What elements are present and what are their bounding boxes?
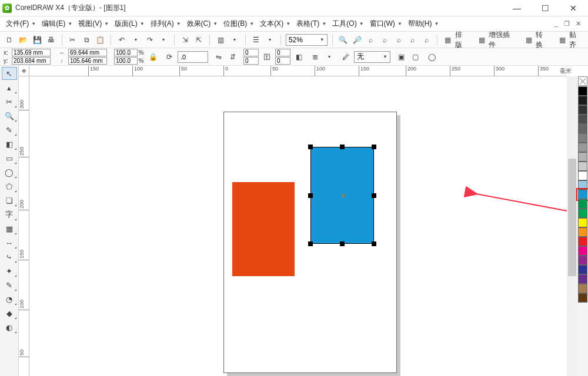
color-swatch[interactable] <box>578 162 587 171</box>
corner-style-icon[interactable]: ◧ <box>293 51 305 63</box>
color-swatch[interactable] <box>578 86 587 96</box>
table-tool[interactable]: ▦ <box>2 222 17 235</box>
scrollbar-thumb[interactable] <box>568 159 576 276</box>
scale-y-input[interactable] <box>114 57 138 65</box>
zoom-tool[interactable]: 🔍 <box>2 109 17 122</box>
color-swatch[interactable] <box>578 237 587 246</box>
open-icon[interactable]: 📂 <box>18 34 29 46</box>
color-swatch[interactable] <box>578 293 587 303</box>
print-icon[interactable]: 🖶 <box>45 34 57 46</box>
cut-icon[interactable]: ✂ <box>67 34 79 46</box>
interactive-fill-tool[interactable]: ◐ <box>2 321 17 334</box>
menu-文件(F)[interactable]: 文件(F)▼ <box>4 18 38 30</box>
selection-handle[interactable] <box>308 241 313 246</box>
rotation-input[interactable] <box>181 53 205 61</box>
undo-dropdown-icon[interactable]: ▾ <box>130 34 142 46</box>
app-launcher-drop-icon[interactable]: ▾ <box>229 34 240 46</box>
to-front-icon[interactable]: ▣ <box>395 51 407 63</box>
freehand-tool[interactable]: ✎ <box>2 123 17 136</box>
ruler-vertical[interactable]: 30025020015010050 <box>19 76 29 376</box>
mirror-h-icon[interactable]: ⇋ <box>213 51 225 63</box>
selection-handle[interactable] <box>308 145 313 149</box>
zoom-selection-icon[interactable]: ⌕ <box>365 34 377 46</box>
color-swatch[interactable] <box>578 274 587 284</box>
mdi-restore-button[interactable]: ❐ <box>564 20 570 28</box>
menu-编辑(E)[interactable]: 编辑(E)▼ <box>39 18 75 30</box>
color-swatch[interactable] <box>578 96 587 105</box>
redo-dropdown-icon[interactable]: ▾ <box>158 34 169 46</box>
convert-curves-icon[interactable]: ◯ <box>426 51 437 63</box>
import-icon[interactable]: ⇲ <box>179 34 191 46</box>
outline-width-select[interactable]: 无 ▼ <box>354 51 390 63</box>
welcome-icon[interactable]: ☰ <box>250 34 262 46</box>
rectangle-tool[interactable]: ▭ <box>2 152 17 164</box>
color-swatch[interactable] <box>578 256 587 265</box>
wrap-drop-icon[interactable]: ▾ <box>323 51 335 63</box>
menu-窗口(W)[interactable]: 窗口(W)▼ <box>368 18 405 30</box>
undo-icon[interactable]: ↶ <box>116 34 128 46</box>
rotation-input-wrap[interactable] <box>178 51 208 63</box>
color-swatch[interactable] <box>578 133 587 143</box>
corner-br-input[interactable] <box>275 57 290 65</box>
height-input[interactable] <box>68 57 107 65</box>
save-icon[interactable]: 💾 <box>31 34 43 46</box>
zoom-height-icon[interactable]: ⌕ <box>421 34 433 46</box>
outline-tool[interactable]: ◔ <box>2 293 17 306</box>
crop-tool[interactable]: ✂ <box>2 95 17 108</box>
zoom-page-icon[interactable]: ⌕ <box>393 34 405 46</box>
zoom-width-icon[interactable]: ⌕ <box>407 34 419 46</box>
text-tool[interactable]: 字 <box>2 208 17 221</box>
menu-版面(L)[interactable]: 版面(L)▼ <box>112 18 147 30</box>
export-icon[interactable]: ⇱ <box>193 34 205 46</box>
color-swatch[interactable] <box>578 171 587 180</box>
orange-rectangle[interactable] <box>232 182 295 276</box>
window-minimize-button[interactable]: — <box>508 4 526 13</box>
polygon-tool[interactable]: ⬠ <box>2 180 17 193</box>
selection-handle[interactable] <box>372 241 376 246</box>
to-back-icon[interactable]: ▢ <box>409 51 421 63</box>
pick-tool[interactable]: ↖ <box>2 67 17 80</box>
blend-tool[interactable]: ✦ <box>2 264 17 277</box>
menu-位图(B)[interactable]: 位图(B)▼ <box>221 18 256 30</box>
app-launcher-icon[interactable]: ▥ <box>215 34 226 46</box>
smart-fill-tool[interactable]: ◧ <box>2 137 17 150</box>
y-position-input[interactable] <box>12 57 51 65</box>
new-icon[interactable]: 🗋 <box>4 34 15 46</box>
color-swatch[interactable] <box>578 105 587 115</box>
selection-handle[interactable] <box>372 193 376 198</box>
fill-tool[interactable]: ◆ <box>2 307 17 320</box>
color-swatch[interactable] <box>578 265 587 274</box>
vertical-scrollbar[interactable] <box>567 76 577 376</box>
dimension-tool[interactable]: ↔ <box>2 236 17 249</box>
copy-icon[interactable]: ⧉ <box>81 34 92 46</box>
toolbar-增强插件-button[interactable]: ▦增强插件 <box>476 30 517 50</box>
welcome-drop-icon[interactable]: ▾ <box>264 34 276 46</box>
color-swatch[interactable] <box>578 227 587 237</box>
selection-handle[interactable] <box>340 241 345 246</box>
wrap-text-icon[interactable]: ≣ <box>309 51 321 63</box>
zoom-out-icon[interactable]: 🔎 <box>351 34 363 46</box>
corner-bl-input[interactable] <box>243 57 259 65</box>
color-swatch[interactable] <box>578 246 587 256</box>
x-position-input[interactable] <box>12 49 51 56</box>
zoom-in-icon[interactable]: 🔍 <box>338 34 349 46</box>
mdi-minimize-button[interactable]: _ <box>554 20 558 28</box>
color-swatch[interactable] <box>578 209 587 218</box>
menu-文本(X)[interactable]: 文本(X)▼ <box>258 18 293 30</box>
menu-表格(T)[interactable]: 表格(T)▼ <box>294 18 329 30</box>
corner-tr-input[interactable] <box>275 49 290 56</box>
window-close-button[interactable]: ✕ <box>564 4 582 13</box>
corner-lock-icon[interactable]: ⚿ <box>261 51 273 63</box>
selection-handle[interactable] <box>308 193 313 198</box>
zoom-all-icon[interactable]: ⌕ <box>379 34 391 46</box>
basic-shapes-tool[interactable]: ❏ <box>2 194 17 207</box>
toolbar-排版-button[interactable]: ▦排版 <box>442 30 470 50</box>
menu-效果(C)[interactable]: 效果(C)▼ <box>185 18 220 30</box>
toolbar-转换-button[interactable]: ▦转换 <box>523 30 551 50</box>
lock-ratio-icon[interactable]: 🔒 <box>147 51 159 63</box>
paste-icon[interactable]: 📋 <box>95 34 106 46</box>
ruler-horizontal[interactable]: 15010050050100150200250300350 <box>29 66 567 76</box>
color-swatch[interactable] <box>578 143 587 152</box>
color-swatch[interactable] <box>578 180 587 190</box>
no-fill-swatch[interactable] <box>578 76 587 86</box>
